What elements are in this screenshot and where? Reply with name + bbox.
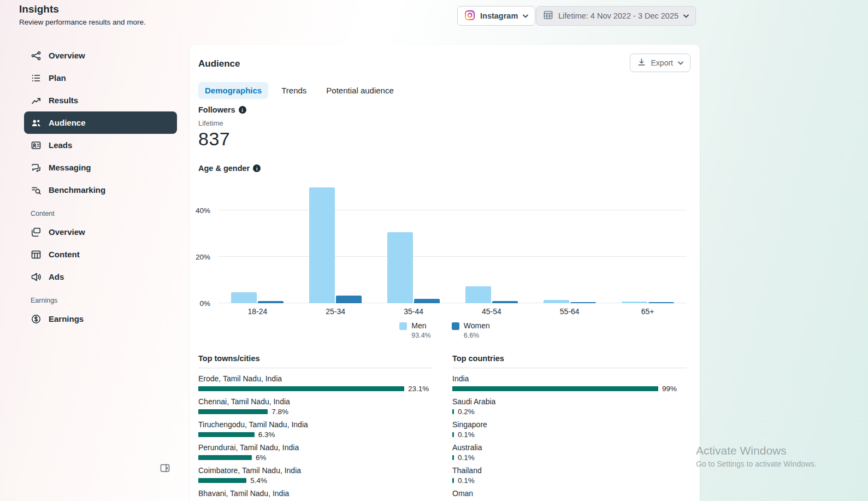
ads-icon bbox=[31, 272, 42, 282]
sidebar-item-label: Plan bbox=[49, 73, 66, 82]
value-bar bbox=[198, 432, 255, 437]
x-axis-label: 25-34 bbox=[297, 307, 375, 316]
tab-potential-audience[interactable]: Potential audience bbox=[320, 82, 400, 99]
age-group-55-64 bbox=[530, 180, 609, 303]
men-bar-25-34 bbox=[309, 187, 335, 303]
sidebar-item-content[interactable]: Content bbox=[24, 243, 177, 266]
men-bar-45-54 bbox=[465, 286, 491, 303]
sidebar-item-label: Ads bbox=[49, 272, 64, 281]
sidebar-item-leads[interactable]: Leads bbox=[24, 134, 177, 156]
ranked-bar-item: Erode, Tamil Nadu, India23.1% bbox=[198, 374, 433, 391]
legend-label: Men bbox=[411, 321, 430, 330]
legend-women: Women6.6% bbox=[452, 321, 490, 339]
account-selector-button[interactable]: Instagram bbox=[457, 6, 535, 26]
legend-swatch bbox=[399, 322, 407, 330]
top-cities-list: Erode, Tamil Nadu, India23.1%Chennai, Ta… bbox=[198, 374, 433, 498]
top-countries-list: India99%Saudi Arabia0.2%Singapore0.1%Aus… bbox=[452, 374, 687, 498]
sidebar-item-label: Overview bbox=[49, 51, 85, 60]
value-bar bbox=[198, 409, 268, 414]
ranked-bar-item: Oman bbox=[452, 489, 687, 498]
value-bar bbox=[452, 455, 454, 460]
sidebar-item-label: Audience bbox=[49, 118, 86, 127]
x-axis-label: 45-54 bbox=[452, 307, 530, 316]
age-gender-plot bbox=[219, 180, 687, 303]
age-group-25-34 bbox=[297, 180, 375, 303]
age-gender-columns bbox=[219, 180, 687, 303]
item-name: Australia bbox=[452, 443, 687, 452]
sidebar-item-label: Benchmarking bbox=[49, 185, 105, 194]
women-bar-18-24 bbox=[258, 301, 284, 303]
value-bar bbox=[198, 478, 246, 483]
ranked-bar-item: Australia0.1% bbox=[452, 443, 687, 460]
sidebar-item-label: Leads bbox=[49, 140, 72, 150]
sidebar-item-content-overview[interactable]: Overview bbox=[24, 221, 177, 243]
info-icon[interactable] bbox=[239, 106, 246, 114]
page-title: Insights bbox=[19, 3, 59, 15]
ranked-bar-item: Saudi Arabia0.2% bbox=[452, 397, 687, 414]
top-cities-title: Top towns/cities bbox=[198, 354, 433, 368]
info-icon[interactable] bbox=[253, 164, 261, 172]
item-name: Thailand bbox=[452, 466, 687, 475]
item-value: 0.1% bbox=[458, 431, 475, 439]
age-group-45-54 bbox=[452, 180, 530, 303]
date-range-selector-button[interactable]: Lifetime: 4 Nov 2022 - 3 Dec 2025 bbox=[536, 6, 696, 26]
ranked-lists: Top towns/cities Erode, Tamil Nadu, Indi… bbox=[198, 354, 687, 498]
x-axis-label: 35-44 bbox=[375, 307, 453, 316]
ranked-bar-item: Thailand0.1% bbox=[452, 466, 687, 483]
item-name: Singapore bbox=[452, 420, 687, 429]
sidebar-item-label: Overview bbox=[49, 227, 85, 237]
tab-demographics[interactable]: Demographics bbox=[198, 82, 268, 99]
men-bar-65+ bbox=[622, 302, 647, 303]
sidebar-item-benchmarking[interactable]: Benchmarking bbox=[24, 179, 177, 201]
item-name: Oman bbox=[452, 489, 687, 498]
legend-men: Men93.4% bbox=[399, 321, 430, 339]
audience-tabs: Demographics Trends Potential audience bbox=[198, 82, 400, 99]
chevron-down-icon bbox=[678, 61, 683, 65]
ranked-bar-item: Bhavani, Tamil Nadu, India bbox=[198, 489, 433, 498]
content-overview-icon bbox=[31, 227, 42, 238]
women-bar-55-64 bbox=[570, 302, 596, 303]
sidebar-item-earnings[interactable]: Earnings bbox=[24, 308, 177, 330]
men-bar-35-44 bbox=[387, 232, 413, 303]
sidebar: Overview Plan Results Audience bbox=[24, 44, 177, 330]
item-value: 6% bbox=[256, 453, 267, 462]
content-icon bbox=[31, 249, 42, 260]
value-bar bbox=[198, 455, 252, 460]
item-value: 7.8% bbox=[271, 408, 288, 416]
export-label: Export bbox=[651, 58, 673, 67]
tab-trends[interactable]: Trends bbox=[275, 82, 313, 99]
item-value: 0.1% bbox=[458, 476, 475, 485]
sidebar-collapse-button[interactable] bbox=[160, 463, 170, 473]
x-axis-label: 65+ bbox=[609, 307, 687, 316]
y-axis-tick-label: 40% bbox=[196, 206, 210, 214]
age-group-18-24 bbox=[219, 180, 297, 303]
export-button[interactable]: Export bbox=[630, 54, 690, 72]
benchmarking-icon bbox=[31, 185, 42, 196]
calendar-grid-icon bbox=[543, 10, 553, 22]
item-value: 0.1% bbox=[458, 453, 475, 462]
top-countries-column: Top countries India99%Saudi Arabia0.2%Si… bbox=[452, 354, 687, 498]
x-axis-label: 18-24 bbox=[219, 307, 297, 316]
sidebar-item-messaging[interactable]: Messaging bbox=[24, 156, 177, 179]
panel-title: Audience bbox=[198, 58, 240, 69]
instagram-icon bbox=[464, 10, 475, 22]
sidebar-item-ads[interactable]: Ads bbox=[24, 266, 177, 288]
followers-label-text: Followers bbox=[198, 105, 235, 114]
item-name: Tiruchengodu, Tamil Nadu, India bbox=[198, 420, 433, 429]
ranked-bar-item: Singapore0.1% bbox=[452, 420, 687, 437]
item-name: Saudi Arabia bbox=[452, 397, 687, 406]
audience-icon bbox=[31, 117, 42, 128]
sidebar-item-results[interactable]: Results bbox=[24, 89, 177, 111]
age-gender-label-text: Age & gender bbox=[198, 164, 250, 173]
ranked-bar-item: Tiruchengodu, Tamil Nadu, India6.3% bbox=[198, 420, 433, 437]
sidebar-item-audience[interactable]: Audience bbox=[24, 111, 177, 134]
item-value: 6.3% bbox=[258, 431, 275, 439]
legend-value: 6.6% bbox=[464, 332, 490, 339]
ranked-bar-item: Coimbatore, Tamil Nadu, India5.4% bbox=[198, 466, 433, 483]
sidebar-item-overview[interactable]: Overview bbox=[24, 44, 177, 67]
y-axis-tick-label: 20% bbox=[196, 252, 210, 261]
sidebar-item-plan[interactable]: Plan bbox=[24, 67, 177, 89]
chevron-down-icon bbox=[683, 14, 689, 18]
chevron-down-icon bbox=[523, 14, 528, 18]
item-name: Chennai, Tamil Nadu, India bbox=[198, 397, 433, 406]
